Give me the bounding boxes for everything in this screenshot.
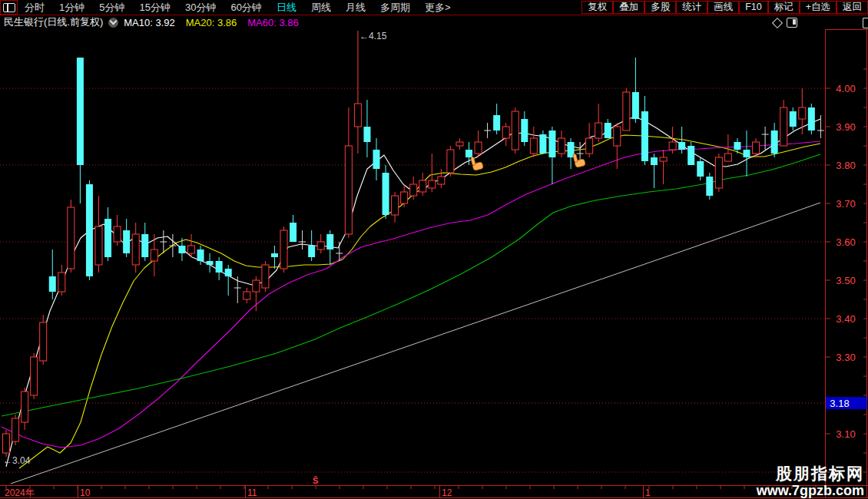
tool-button-5[interactable]: 画线 [707, 1, 739, 14]
tool-button-8[interactable]: +自选 [800, 1, 837, 14]
ma-legend-item-2: MA20: 3.86 [186, 17, 237, 28]
y-axis-label: 3.30 [836, 352, 855, 363]
menu-item-2[interactable]: 1分钟 [59, 1, 84, 15]
menu-item-3[interactable]: 5分钟 [99, 1, 124, 15]
y-axis-label: 3.10 [836, 428, 855, 440]
x-axis-label: 1 [645, 487, 651, 498]
infobar-corner-icons [774, 18, 797, 28]
high-annotation: ←4.15 [359, 31, 387, 41]
infobar: 民生银行(日线.前复权) MA10: 3.92MA20: 3.86MA60: 3… [0, 15, 868, 29]
ma-legend: MA10: 3.92MA20: 3.86MA60: 3.86 [124, 17, 299, 28]
stock-title: 民生银行(日线.前复权) [4, 15, 103, 29]
window-split-icon [3, 3, 15, 12]
watermark-site-name: 股朋指标网 [757, 464, 864, 483]
tool-button-6[interactable]: F10 [739, 1, 768, 14]
pane-layout-icon[interactable] [787, 18, 797, 28]
window-layout-button[interactable] [0, 0, 18, 15]
low-annotation: ←3.04 [3, 455, 31, 466]
x-axis-label: 11 [247, 487, 257, 498]
menu-item-7[interactable]: 日线 [277, 1, 297, 15]
x-axis-label: 2024年 [5, 487, 35, 498]
y-axis-label: 3.60 [836, 236, 855, 248]
y-axis-label: 3.90 [836, 121, 855, 133]
y-axis-label: 3.40 [836, 313, 855, 325]
candlestick-chart[interactable]: 4.003.903.803.703.603.503.403.303.103.18… [0, 29, 868, 499]
menu-item-4[interactable]: 15分钟 [139, 1, 170, 15]
tool-button-7[interactable]: 标记 [768, 1, 800, 14]
ma-legend-item-3: MA60: 3.86 [247, 17, 299, 28]
x-axis-label: 12 [442, 487, 452, 498]
menu-item-1[interactable]: 分时 [25, 1, 45, 15]
tool-button-1[interactable]: 复权 [581, 1, 613, 14]
menu-item-10[interactable]: 多周期 [380, 1, 410, 15]
x-axis-label: 10 [80, 487, 91, 498]
menu-item-8[interactable]: 周线 [311, 1, 331, 15]
sell-marker: Ŝ [313, 476, 318, 485]
chevron-down-icon[interactable] [108, 18, 118, 28]
menu-item-9[interactable]: 月线 [346, 1, 366, 15]
svg-text:3.18: 3.18 [830, 398, 849, 409]
tool-button-4[interactable]: 统计 [676, 1, 707, 14]
y-axis-label: 3.80 [836, 160, 855, 171]
menu-item-5[interactable]: 30分钟 [185, 1, 216, 15]
ma-legend-item-1: MA10: 3.92 [124, 17, 175, 28]
trading-app-window: 分时1分钟5分钟15分钟30分钟60分钟日线周线月线多周期更多> 复权叠加多股统… [0, 0, 868, 499]
tool-button-3[interactable]: 多股 [644, 1, 676, 14]
tool-button-2[interactable]: 叠加 [613, 1, 644, 14]
edge-panel-icon[interactable] [863, 18, 868, 28]
y-axis-label: 3.50 [836, 275, 855, 286]
toolbar-buttons: 复权叠加多股统计画线F10标记+自选返回 [581, 1, 868, 14]
tool-button-9[interactable]: 返回 [837, 1, 868, 14]
y-axis-label: 4.00 [836, 83, 855, 94]
watermark-site-url: www.7gpzb.com [757, 483, 864, 498]
watermark: 股朋指标网 www.7gpzb.com [757, 464, 864, 498]
diamond-icon[interactable] [772, 17, 783, 28]
period-menu: 分时1分钟5分钟15分钟30分钟60分钟日线周线月线多周期更多> [25, 1, 581, 15]
menu-item-11[interactable]: 更多> [425, 1, 451, 15]
titlebar: 分时1分钟5分钟15分钟30分钟60分钟日线周线月线多周期更多> 复权叠加多股统… [0, 0, 868, 15]
menu-item-6[interactable]: 60分钟 [230, 1, 261, 15]
y-axis-label: 3.70 [836, 198, 855, 210]
